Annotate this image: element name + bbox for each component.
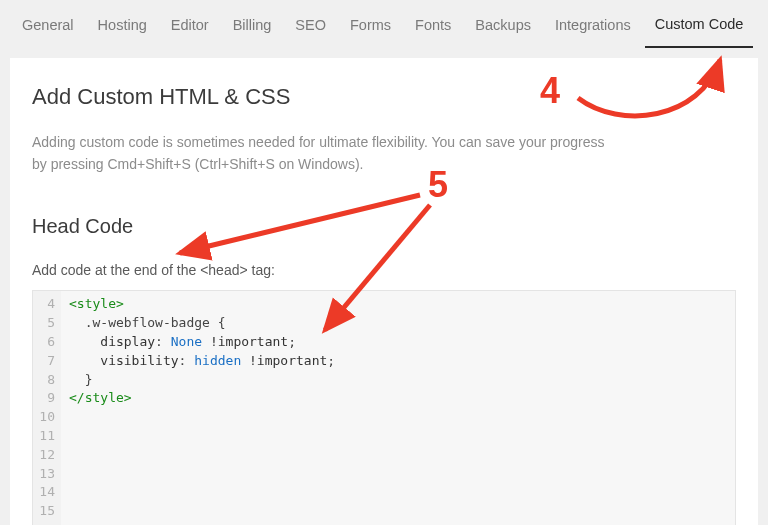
tab-editor[interactable]: Editor <box>161 3 219 47</box>
code-gutter: 45678910111213141516 <box>33 291 61 525</box>
tab-custom-code[interactable]: Custom Code <box>645 2 754 48</box>
page-title: Add Custom HTML & CSS <box>32 84 736 110</box>
tab-general[interactable]: General <box>12 3 84 47</box>
head-code-hint: Add code at the end of the <head> tag: <box>32 262 736 278</box>
page-description: Adding custom code is sometimes needed f… <box>32 132 622 175</box>
tab-hosting[interactable]: Hosting <box>88 3 157 47</box>
tab-billing[interactable]: Billing <box>223 3 282 47</box>
tab-backups[interactable]: Backups <box>465 3 541 47</box>
tab-seo[interactable]: SEO <box>285 3 336 47</box>
custom-code-panel: Add Custom HTML & CSS Adding custom code… <box>10 58 758 525</box>
code-content[interactable]: <style> .w-webflow-badge { display: None… <box>61 291 343 525</box>
settings-tabs: General Hosting Editor Billing SEO Forms… <box>0 0 768 50</box>
head-code-editor[interactable]: 45678910111213141516 <style> .w-webflow-… <box>32 290 736 525</box>
head-code-title: Head Code <box>32 215 736 238</box>
tab-integrations[interactable]: Integrations <box>545 3 641 47</box>
tab-forms[interactable]: Forms <box>340 3 401 47</box>
tab-fonts[interactable]: Fonts <box>405 3 461 47</box>
